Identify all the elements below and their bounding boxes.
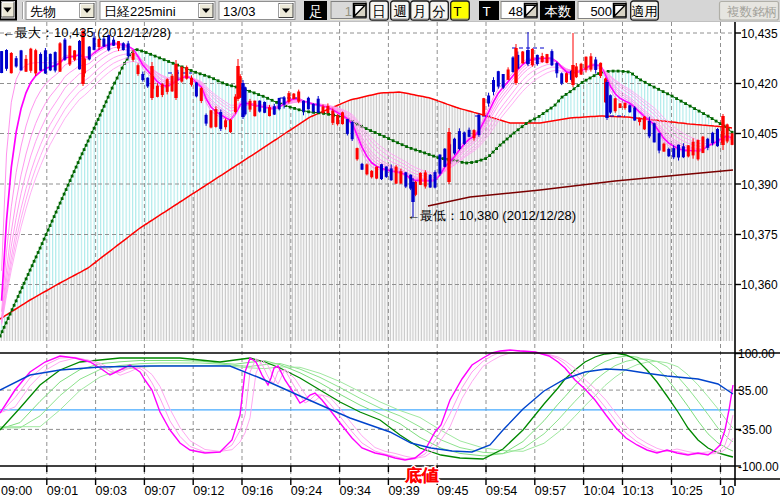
svg-text:35.00: 35.00 bbox=[738, 384, 768, 398]
svg-text:T: T bbox=[483, 4, 491, 19]
svg-text:09:03: 09:03 bbox=[96, 484, 127, 498]
svg-text:-35.00: -35.00 bbox=[738, 423, 772, 437]
svg-text:09:16: 09:16 bbox=[242, 484, 273, 498]
svg-text:48: 48 bbox=[509, 4, 523, 19]
svg-text:適用: 適用 bbox=[632, 4, 658, 19]
svg-text:09:54: 09:54 bbox=[486, 484, 517, 498]
svg-text:09:07: 09:07 bbox=[144, 484, 175, 498]
svg-text:10:04: 10:04 bbox=[584, 484, 615, 498]
svg-text:1: 1 bbox=[345, 4, 352, 19]
svg-text:月: 月 bbox=[413, 4, 427, 19]
svg-text:09:24: 09:24 bbox=[291, 484, 322, 498]
svg-text:底値: 底値 bbox=[404, 466, 439, 485]
svg-text:←最低：10,380 (2012/12/28): ←最低：10,380 (2012/12/28) bbox=[407, 208, 576, 223]
svg-text:09:39: 09:39 bbox=[388, 484, 419, 498]
svg-text:09:12: 09:12 bbox=[193, 484, 224, 498]
svg-text:日経225mini: 日経225mini bbox=[104, 4, 176, 19]
svg-text:10,435: 10,435 bbox=[741, 27, 778, 41]
svg-text:09:57: 09:57 bbox=[535, 484, 566, 498]
svg-text:10,405: 10,405 bbox=[741, 127, 778, 141]
svg-text:10,375: 10,375 bbox=[741, 228, 778, 242]
svg-text:10:13: 10:13 bbox=[623, 484, 654, 498]
svg-text:週: 週 bbox=[393, 4, 407, 19]
svg-text:T: T bbox=[453, 4, 461, 19]
svg-text:10:25: 10:25 bbox=[672, 484, 703, 498]
svg-text:100.00: 100.00 bbox=[738, 347, 775, 361]
svg-text:09:01: 09:01 bbox=[47, 484, 78, 498]
svg-text:13/03: 13/03 bbox=[223, 4, 256, 19]
svg-text:09:34: 09:34 bbox=[340, 484, 371, 498]
svg-text:日: 日 bbox=[372, 4, 386, 19]
svg-text:10,360: 10,360 bbox=[741, 278, 778, 292]
svg-text:複数銘柄: 複数銘柄 bbox=[727, 5, 777, 19]
svg-text:足: 足 bbox=[309, 4, 323, 19]
svg-text:10,420: 10,420 bbox=[741, 77, 778, 91]
svg-text:09:45: 09:45 bbox=[437, 484, 468, 498]
svg-text:09:00: 09:00 bbox=[1, 484, 32, 498]
svg-text:10,390: 10,390 bbox=[741, 178, 778, 192]
svg-text:分: 分 bbox=[432, 4, 446, 19]
svg-text:-100.00: -100.00 bbox=[738, 460, 779, 474]
svg-text:先物: 先物 bbox=[30, 4, 56, 19]
svg-text:500: 500 bbox=[590, 4, 612, 19]
svg-text:←最大：10,435 (2012/12/28): ←最大：10,435 (2012/12/28) bbox=[2, 25, 171, 40]
svg-text:本数: 本数 bbox=[545, 4, 572, 19]
